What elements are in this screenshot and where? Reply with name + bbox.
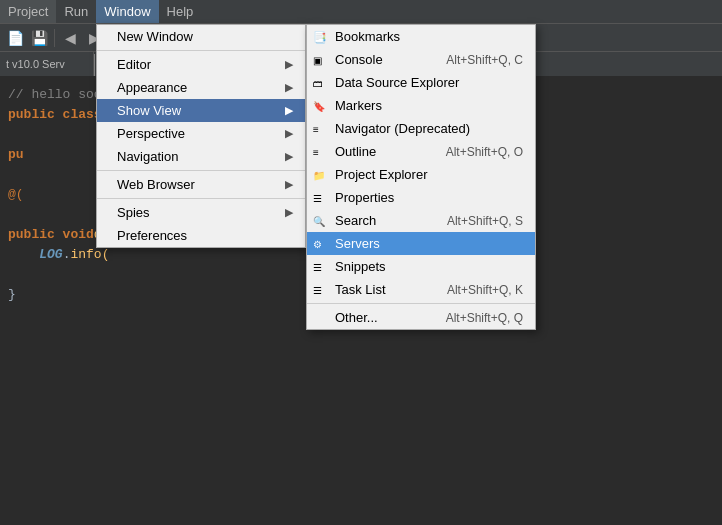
version-label: t v10.0 Serv xyxy=(6,58,65,70)
menu-label-servers: Servers xyxy=(335,236,380,251)
menu-item-markers[interactable]: 🔖 Markers xyxy=(307,94,535,117)
menu-item-task-list[interactable]: ☰ Task List Alt+Shift+Q, K xyxy=(307,278,535,301)
menu-label-outline: Outline xyxy=(335,144,376,159)
menu-label-data-source: Data Source Explorer xyxy=(335,75,459,90)
toolbar-separator xyxy=(54,29,55,47)
showview-menu-dropdown: 📑 Bookmarks ▣ Console Alt+Shift+Q, C 🗃 D… xyxy=(306,24,536,330)
menu-label-project-explorer: Project Explorer xyxy=(335,167,427,182)
menu-label-navigator: Navigator (Deprecated) xyxy=(335,121,470,136)
submenu-arrow-editor: ▶ xyxy=(285,58,293,71)
menu-item-preferences[interactable]: Preferences xyxy=(97,224,305,247)
menu-item-servers[interactable]: ⚙ Servers xyxy=(307,232,535,255)
menu-item-project-explorer[interactable]: 📁 Project Explorer xyxy=(307,163,535,186)
menu-label-markers: Markers xyxy=(335,98,382,113)
search-shortcut: Alt+Shift+Q, S xyxy=(447,214,523,228)
menu-label-properties: Properties xyxy=(335,190,394,205)
window-menu-dropdown: New Window Editor ▶ Appearance ▶ Show Vi… xyxy=(96,24,306,248)
menu-item-search[interactable]: 🔍 Search Alt+Shift+Q, S xyxy=(307,209,535,232)
menu-item-show-view[interactable]: Show View ▶ xyxy=(97,99,305,122)
task-list-shortcut: Alt+Shift+Q, K xyxy=(447,283,523,297)
outline-icon: ≡ xyxy=(313,146,319,157)
menu-label-other: Other... xyxy=(335,310,378,325)
menu-label-task-list: Task List xyxy=(335,282,386,297)
showview-separator xyxy=(307,303,535,304)
task-list-icon: ☰ xyxy=(313,284,322,295)
menu-label-spies: Spies xyxy=(117,205,150,220)
menu-separator-2 xyxy=(97,170,305,171)
snippets-icon: ☰ xyxy=(313,261,322,272)
menu-separator-1 xyxy=(97,50,305,51)
menu-item-navigator[interactable]: ≡ Navigator (Deprecated) xyxy=(307,117,535,140)
menubar-item-window[interactable]: Window xyxy=(96,0,158,23)
menu-label-new-window: New Window xyxy=(117,29,193,44)
submenu-arrow-perspective: ▶ xyxy=(285,127,293,140)
back-icon[interactable]: ◀ xyxy=(59,27,81,49)
menu-item-console[interactable]: ▣ Console Alt+Shift+Q, C xyxy=(307,48,535,71)
markers-icon: 🔖 xyxy=(313,100,325,111)
menu-item-appearance[interactable]: Appearance ▶ xyxy=(97,76,305,99)
close-brace: } xyxy=(8,287,16,302)
dot: . xyxy=(63,247,71,262)
console-icon: ▣ xyxy=(313,54,322,65)
menu-item-properties[interactable]: ☰ Properties xyxy=(307,186,535,209)
menubar-item-help[interactable]: Help xyxy=(159,0,202,23)
menu-label-search: Search xyxy=(335,213,376,228)
menu-label-appearance: Appearance xyxy=(117,80,187,95)
menu-label-preferences: Preferences xyxy=(117,228,187,243)
menu-label-web-browser: Web Browser xyxy=(117,177,195,192)
log-method: info( xyxy=(70,247,109,262)
menu-item-web-browser[interactable]: Web Browser ▶ xyxy=(97,173,305,196)
servers-icon: ⚙ xyxy=(313,238,322,249)
properties-icon: ☰ xyxy=(313,192,322,203)
menubar-item-run[interactable]: Run xyxy=(56,0,96,23)
menu-label-navigation: Navigation xyxy=(117,149,178,164)
outline-shortcut: Alt+Shift+Q, O xyxy=(446,145,523,159)
status-version: t v10.0 Serv xyxy=(0,52,94,76)
menubar: Project Run Window Help xyxy=(0,0,722,24)
data-source-icon: 🗃 xyxy=(313,77,323,88)
log-class: LOG xyxy=(39,247,62,262)
save-icon[interactable]: 💾 xyxy=(28,27,50,49)
menu-item-bookmarks[interactable]: 📑 Bookmarks xyxy=(307,25,535,48)
menubar-item-project[interactable]: Project xyxy=(0,0,56,23)
menu-item-snippets[interactable]: ☰ Snippets xyxy=(307,255,535,278)
keyword-public: public class xyxy=(8,107,102,122)
menu-label-snippets: Snippets xyxy=(335,259,386,274)
menu-item-outline[interactable]: ≡ Outline Alt+Shift+Q, O xyxy=(307,140,535,163)
submenu-arrow-navigation: ▶ xyxy=(285,150,293,163)
console-shortcut: Alt+Shift+Q, C xyxy=(446,53,523,67)
project-explorer-icon: 📁 xyxy=(313,169,325,180)
menu-item-perspective[interactable]: Perspective ▶ xyxy=(97,122,305,145)
navigator-icon: ≡ xyxy=(313,123,319,134)
menu-item-other[interactable]: Other... Alt+Shift+Q, Q xyxy=(307,306,535,329)
new-icon[interactable]: 📄 xyxy=(4,27,26,49)
menu-label-bookmarks: Bookmarks xyxy=(335,29,400,44)
keyword-method: public void xyxy=(8,227,94,242)
submenu-arrow-spies: ▶ xyxy=(285,206,293,219)
menu-item-new-window[interactable]: New Window xyxy=(97,25,305,48)
submenu-arrow-show-view: ▶ xyxy=(285,104,293,117)
other-shortcut: Alt+Shift+Q, Q xyxy=(446,311,523,325)
submenu-arrow-appearance: ▶ xyxy=(285,81,293,94)
menu-item-spies[interactable]: Spies ▶ xyxy=(97,201,305,224)
at-symbol: @( xyxy=(8,187,24,202)
menu-item-editor[interactable]: Editor ▶ xyxy=(97,53,305,76)
keyword-public2: pu xyxy=(8,147,24,162)
menu-label-console: Console xyxy=(335,52,383,67)
submenu-arrow-web-browser: ▶ xyxy=(285,178,293,191)
search-icon: 🔍 xyxy=(313,215,325,226)
menu-item-data-source[interactable]: 🗃 Data Source Explorer xyxy=(307,71,535,94)
menu-item-navigation[interactable]: Navigation ▶ xyxy=(97,145,305,168)
bookmarks-icon: 📑 xyxy=(313,30,327,43)
menu-separator-3 xyxy=(97,198,305,199)
menu-label-editor: Editor xyxy=(117,57,151,72)
menu-label-perspective: Perspective xyxy=(117,126,185,141)
menu-label-show-view: Show View xyxy=(117,103,181,118)
